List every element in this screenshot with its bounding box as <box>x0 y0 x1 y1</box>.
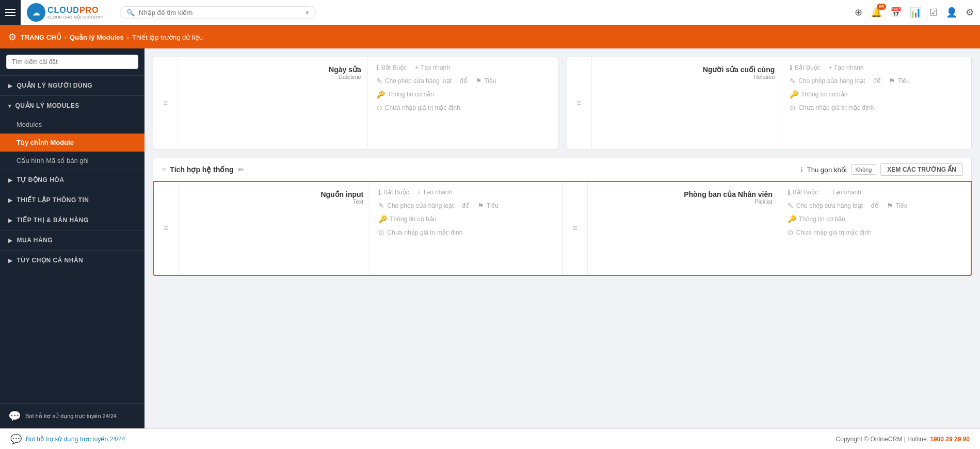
add-button[interactable]: ⊕ <box>855 7 862 18</box>
hamburger-menu[interactable] <box>0 0 21 25</box>
chat-support[interactable]: 💬 Bot hỗ trợ sử dụng trực tuyến 24/24 <box>10 434 125 445</box>
user-button[interactable]: 👤 <box>946 7 957 18</box>
tao-nhanh-nguon-input[interactable]: + Tạo nhanh <box>417 189 453 196</box>
notification-badge: 65 <box>877 4 886 10</box>
cho-phep-sua-nguon-input[interactable]: ✎ Cho phép sửa hàng loạt <box>378 202 454 210</box>
tieu-pb[interactable]: ⚑ Tiêu <box>887 202 908 210</box>
sidebar-footer-text: Bot hỗ trợ sử dụng trực tuyến 24/24 <box>25 413 117 420</box>
field-action-row-4-nguon-input: ⊙ Chưa nhập giá trị mặc định <box>378 228 553 237</box>
arrow-right-icon-4: ▶ <box>8 218 13 223</box>
field-title-nguon-input: Nguồn input <box>185 190 363 198</box>
sidebar-item-modules[interactable]: Modules <box>0 115 144 134</box>
bat-buoc-label-nguoi-sua: Bắt Buộc <box>795 64 820 71</box>
chua-nhap-pb[interactable]: ⊙ Chưa nhập giá trị mặc định <box>788 228 872 237</box>
field-action-row-3-nguoi-sua: 🔑 Thông tin cơ bản <box>790 90 963 98</box>
settings-button[interactable]: ⚙ <box>966 7 974 18</box>
thu-gon-label: Thu gọn khối <box>807 166 847 174</box>
search-input[interactable] <box>139 9 301 16</box>
field-type-nguon-input: Text <box>185 198 363 205</box>
toggle-wrap: Không <box>851 164 877 175</box>
field-actions-ngay-sua: ℹ Bắt Buộc + Tạo nhanh ✎ Cho phép sửa hà… <box>368 57 558 149</box>
cho-phep-sua-phong-ban[interactable]: ✎ Cho phép sửa hàng loạt <box>788 202 863 210</box>
info-icon-section: ℹ <box>800 166 803 174</box>
tao-nhanh-ngay-sua[interactable]: + Tạo nhanh <box>415 64 450 71</box>
sidebar-item-quan-ly-modules[interactable]: ▾ QUẢN LÝ MODULES <box>0 96 144 115</box>
chua-nhap-nguoi-sua[interactable]: ⊙ Chưa nhập giá trị mặc định <box>790 104 874 112</box>
drag-icon-ngay-sua: ≡ <box>163 98 168 108</box>
field-title-nguoi-sua: Người sửa cuối cùng <box>598 65 775 74</box>
sidebar-item-tiep-thi[interactable]: ▶ TIẾP THỊ & BÁN HÀNG <box>0 210 144 230</box>
field-actions-phong-ban: ℹ Bắt Buộc + Tạo nhanh ✎ Cho p <box>779 182 971 275</box>
thong-tin-ngay-sua[interactable]: 🔑 Thông tin cơ bản <box>376 90 434 98</box>
drag-handle-nguoi-sua[interactable]: ≡ <box>567 57 592 149</box>
de-wrap-nguoi-sua: để <box>873 77 880 85</box>
default-icon-ni: ⊙ <box>378 228 384 237</box>
view-hidden-fields-button[interactable]: XEM CÁC TRƯỜNG ẨN <box>880 163 963 176</box>
tao-nhanh-nguoi-sua[interactable]: + Tạo nhanh <box>829 64 864 71</box>
breadcrumb: TRANG CHỦ › Quản lý Modules › Thiết lập … <box>21 34 203 41</box>
cho-phep-sua-nguoi-sua[interactable]: ✎ Cho phép sửa hàng loạt <box>790 77 865 85</box>
sidebar-item-thiet-lap-thong-tin[interactable]: ▶ THIẾT LẬP THÔNG TIN <box>0 190 144 210</box>
tieu-ngay-sua[interactable]: ⚑ Tiêu <box>475 77 496 85</box>
chua-nhap-ni[interactable]: ⊙ Chưa nhập giá trị mặc định <box>378 228 462 237</box>
bat-buoc-nguoi-sua[interactable]: ℹ Bắt Buộc <box>790 63 820 72</box>
sidebar-item-tuy-chinh-module[interactable]: Tùy chỉnh Module <box>0 134 144 152</box>
field-actions-nguoi-sua: ℹ Bắt Buộc + Tạo nhanh ✎ Cho phép sửa hà… <box>781 57 971 149</box>
search-bar[interactable]: 🔍 ▾ <box>120 6 316 19</box>
thong-tin-nguoi-sua[interactable]: 🔑 Thông tin cơ bản <box>790 90 847 98</box>
bat-buoc-ngay-sua[interactable]: ℹ Bắt Buộc <box>376 63 407 72</box>
tieu-ni[interactable]: ⚑ Tiêu <box>477 202 499 210</box>
breadcrumb-home[interactable]: TRANG CHỦ <box>21 34 61 41</box>
de-label-ni: để <box>462 202 469 209</box>
edit-icon-ni: ✎ <box>378 202 384 210</box>
cho-phep-sua-ngay-sua[interactable]: ✎ Cho phép sửa hàng loạt <box>376 77 452 85</box>
field-action-row-4-ngay-sua: ⊙ Chưa nhập giá trị mặc định <box>376 104 550 112</box>
messenger-icon: 💬 <box>10 434 22 445</box>
sidebar-label-tiep-thi: TIẾP THỊ & BÁN HÀNG <box>17 217 89 224</box>
field-card-phong-ban: ≡ Phòng ban của Nhân viên Picklist ℹ Bắt… <box>563 182 971 275</box>
breadcrumb-level2[interactable]: Quản lý Modules <box>70 34 124 41</box>
logo-subtext: CLOUD CHO MỌI INDUSTRY <box>47 15 103 20</box>
hamburger-button[interactable] <box>3 7 18 18</box>
drag-handle-ngay-sua[interactable]: ≡ <box>153 57 178 149</box>
drag-icon-nguoi-sua: ≡ <box>576 98 581 108</box>
logo-text: CLOUDPRO <box>47 6 103 15</box>
thong-tin-pb[interactable]: 🔑 Thông tin cơ bản <box>788 215 845 223</box>
toggle-off-button[interactable]: Không <box>851 164 877 175</box>
drag-handle-phong-ban[interactable]: ≡ <box>563 182 588 275</box>
calendar-button[interactable]: 📅 <box>890 7 902 18</box>
sidebar-label-tu-dong-hoa: TỰ ĐỘNG HÓA <box>17 176 65 184</box>
sidebar-item-cau-hinh-ma-so[interactable]: Cấu hình Mã số bán ghi <box>0 152 144 170</box>
hotline-link[interactable]: 1900 29 29 90 <box>930 436 970 443</box>
flag-icon-pb: ⚑ <box>887 202 893 210</box>
user-icon: 👤 <box>946 7 957 18</box>
tao-nhanh-phong-ban[interactable]: + Tạo nhanh <box>826 189 861 196</box>
field-action-row-2-phong-ban: ✎ Cho phép sửa hàng loạt để ⚑ Tiêu <box>788 202 962 210</box>
sidebar-item-quan-ly-nguoi-dung[interactable]: ▶ QUẢN LÝ NGƯỜI DÙNG <box>0 76 144 95</box>
sidebar-item-tu-dong-hoa[interactable]: ▶ TỰ ĐỘNG HÓA <box>0 170 144 190</box>
notification-button[interactable]: 🔔 65 <box>871 7 882 18</box>
info-icon-pb: ℹ <box>788 188 790 196</box>
tieu-nguoi-sua[interactable]: ⚑ Tiêu <box>889 77 910 85</box>
edit-section-title-button[interactable]: ✏ <box>238 165 244 174</box>
breadcrumb-sep-1: › <box>65 34 67 41</box>
chua-nhap-ngay-sua[interactable]: ⊙ Chưa nhập giá trị mặc định <box>376 104 460 112</box>
calendar-icon: 📅 <box>890 7 902 18</box>
de-wrap-ngay-sua: để <box>460 77 467 85</box>
cho-phep-sua-label-nguoi-sua: Cho phép sửa hàng loạt <box>798 77 865 85</box>
drag-handle-nguon-input[interactable]: ≡ <box>154 182 179 275</box>
thong-tin-label-pb: Thông tin cơ bản <box>799 215 845 223</box>
thong-tin-ni[interactable]: 🔑 Thông tin cơ bản <box>378 215 436 223</box>
bat-buoc-nguon-input[interactable]: ℹ Bắt Buộc <box>378 188 409 196</box>
breadcrumb-settings-icon[interactable]: ⚙ <box>8 31 17 43</box>
sidebar-search-input[interactable] <box>6 55 138 69</box>
sidebar-item-mua-hang[interactable]: ▶ MUA HÀNG <box>0 230 144 250</box>
bat-buoc-phong-ban[interactable]: ℹ Bắt Buộc <box>788 188 818 196</box>
sidebar-section-thiet-lap-thong-tin: ▶ THIẾT LẬP THÔNG TIN <box>0 190 144 210</box>
chart-button[interactable]: 📊 <box>910 7 921 18</box>
arrow-right-icon: ▶ <box>8 83 13 89</box>
chua-nhap-label-nguoi-sua: Chưa nhập giá trị mặc định <box>798 104 874 111</box>
sidebar-item-tuy-chon[interactable]: ▶ TÙY CHỌN CÁ NHÂN <box>0 251 144 270</box>
field-action-row-3-phong-ban: 🔑 Thông tin cơ bản <box>788 215 962 223</box>
checkbox-button[interactable]: ☑ <box>929 7 938 18</box>
